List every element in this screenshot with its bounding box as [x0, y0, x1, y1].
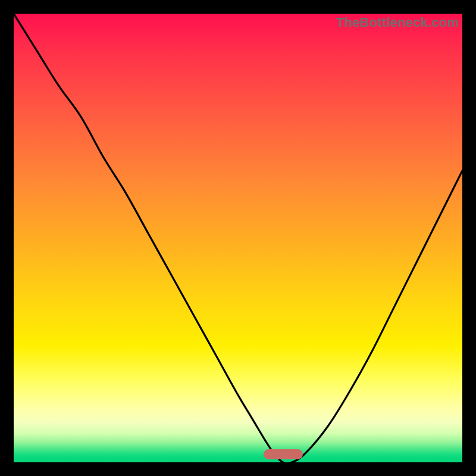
chart-frame: TheBottleneck.com [0, 0, 476, 476]
optimal-marker [264, 449, 303, 459]
bottleneck-curve [14, 14, 462, 462]
plot-area: TheBottleneck.com [14, 14, 462, 462]
